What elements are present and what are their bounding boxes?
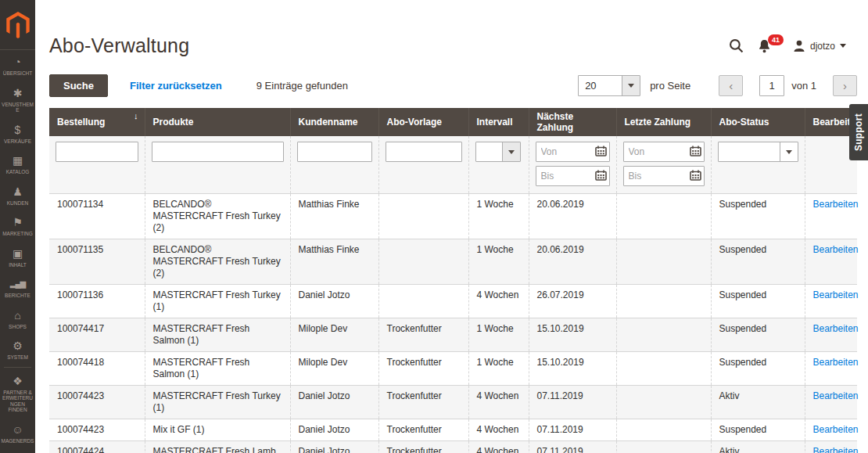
cell-next-payment: 20.06.2019 xyxy=(529,194,616,239)
table-row[interactable]: 100074418 MASTERCRAFT Fresh Salmon (1) M… xyxy=(49,352,857,386)
sidebar-item-verkaeufe[interactable]: $ VERKÄUFE xyxy=(0,118,35,149)
table-row[interactable]: 100071135 BELCANDO® MASTERCRAFT Fresh Tu… xyxy=(49,239,857,285)
column-header-naechste-zahlung[interactable]: Nächste Zahlung xyxy=(529,108,616,136)
cell-order: 100071136 xyxy=(49,285,145,318)
sidebar-item-inhalt[interactable]: ▣ INHALT xyxy=(0,242,35,273)
filter-kundenname-input[interactable] xyxy=(297,142,372,162)
sidebar-item-venustheme[interactable]: ✱ VENUSTHEME xyxy=(0,81,35,118)
calendar-icon[interactable] xyxy=(595,146,607,156)
cell-next-payment: 15.10.2019 xyxy=(529,352,616,386)
cell-order: 100074424 xyxy=(49,441,145,453)
filter-abo-vorlage-input[interactable] xyxy=(386,142,462,162)
marketing-megaphone-icon: ⚑ xyxy=(13,216,23,228)
sidebar-item-system[interactable]: ⚙ SYSTEM xyxy=(0,334,35,365)
column-header-abo-vorlage[interactable]: Abo-Vorlage xyxy=(378,108,468,136)
cell-customer: Matthias Finke xyxy=(290,194,378,239)
cell-status: Suspended xyxy=(711,318,805,352)
theme-swirl-icon: ✱ xyxy=(13,87,23,99)
cell-interval: 1 Woche xyxy=(468,239,529,285)
sidebar-item-kunden[interactable]: ♟ KUNDEN xyxy=(0,180,35,211)
reset-filter-link[interactable]: Filter zurücksetzen xyxy=(130,80,222,92)
next-page-button[interactable]: › xyxy=(833,75,857,96)
customers-person-icon: ♟ xyxy=(13,185,23,198)
search-button[interactable]: Suche xyxy=(49,74,108,97)
cell-last-payment xyxy=(616,419,711,441)
cell-last-payment xyxy=(616,352,711,386)
column-header-intervall[interactable]: Intervall xyxy=(468,108,529,136)
table-row[interactable]: 100074424 MASTERCRAFT Fresh Lamb (1) Dan… xyxy=(49,441,857,453)
edit-link[interactable]: Bearbeiten xyxy=(813,289,859,300)
column-header-abo-status[interactable]: Abo-Status xyxy=(711,108,805,136)
column-header-bestellung[interactable]: Bestellung ↓ xyxy=(49,108,145,136)
sidebar-item-magenerds[interactable]: ☺ MAGENERDS xyxy=(0,418,35,449)
cell-status: Aktiv xyxy=(711,386,805,419)
sidebar-item-uebersicht[interactable]: ◔ ÜBERSICHT xyxy=(0,50,35,81)
cell-order: 100074418 xyxy=(49,352,145,386)
sidebar-nav: ◔ ÜBERSICHT ✱ VENUSTHEME $ VERKÄUFE ▦ KA… xyxy=(0,50,35,448)
global-search-button[interactable] xyxy=(729,38,744,53)
filter-abo-status-select[interactable] xyxy=(718,142,798,162)
subscriptions-grid: Bestellung ↓ Produkte Kundenname Abo-Vor… xyxy=(49,108,857,453)
notifications-button[interactable]: 41 xyxy=(758,39,771,53)
column-header-letzte-zahlung[interactable]: Letzte Zahlung xyxy=(616,108,711,136)
table-row[interactable]: 100074417 MASTERCRAFT Fresh Salmon (1) M… xyxy=(49,318,857,352)
cell-template: Trockenfutter xyxy=(378,441,468,453)
table-row[interactable]: 100074423 Mix it GF (1) Daniel Jotzo Tro… xyxy=(49,419,857,441)
filter-intervall-select[interactable] xyxy=(475,142,521,162)
cell-next-payment: 07.11.2019 xyxy=(529,419,616,441)
sidebar-item-katalog[interactable]: ▦ KATALOG xyxy=(0,149,35,180)
per-page-select[interactable]: 20 xyxy=(578,75,640,96)
sidebar-item-berichte[interactable]: ▂▄▆ BERICHTE xyxy=(0,272,35,304)
user-icon xyxy=(793,39,805,52)
calendar-icon[interactable] xyxy=(595,170,607,181)
sidebar-item-partner-erweiterungen[interactable]: ❖ PARTNER & ERWEITERUNGEN FINDEN xyxy=(0,369,35,418)
catalog-box-icon: ▦ xyxy=(13,154,23,167)
grid-toolbar: Suche Filter zurücksetzen 9 Einträge gef… xyxy=(35,74,868,97)
system-gear-icon: ⚙ xyxy=(13,340,23,352)
user-menu[interactable]: djotzo xyxy=(793,39,846,52)
filter-produkte-input[interactable] xyxy=(152,142,284,162)
records-found-text: 9 Einträge gefunden xyxy=(256,80,348,92)
cell-next-payment: 26.07.2019 xyxy=(529,285,616,318)
sales-dollar-icon: $ xyxy=(15,124,21,136)
sidebar-item-marketing[interactable]: ⚑ MARKETING xyxy=(0,210,35,242)
per-page-label: pro Seite xyxy=(650,80,690,92)
edit-link[interactable]: Bearbeiten xyxy=(813,446,859,453)
main-content: Abo-Verwaltung 41 djotzo xyxy=(35,0,868,453)
sidebar-item-shops[interactable]: ⌂ SHOPS xyxy=(0,304,35,335)
cell-product: MASTERCRAFT Fresh Lamb (1) xyxy=(145,441,290,453)
magento-logo[interactable] xyxy=(0,0,35,50)
chevron-down-icon xyxy=(502,142,520,161)
user-name: djotzo xyxy=(810,41,835,52)
cell-product: BELCANDO® MASTERCRAFT Fresh Turkey (2) xyxy=(145,239,290,285)
cell-interval: 4 Wochen xyxy=(468,386,529,419)
table-row[interactable]: 100074423 MASTERCRAFT Fresh Turkey (1) D… xyxy=(49,386,857,419)
table-row[interactable]: 100071134 BELCANDO® MASTERCRAFT Fresh Tu… xyxy=(49,194,857,239)
edit-link[interactable]: Bearbeiten xyxy=(813,199,859,210)
grid-header-row: Bestellung ↓ Produkte Kundenname Abo-Vor… xyxy=(49,108,857,136)
calendar-icon[interactable] xyxy=(690,170,701,181)
cell-next-payment: 20.06.2019 xyxy=(529,239,616,285)
edit-link[interactable]: Bearbeiten xyxy=(813,323,859,334)
edit-link[interactable]: Bearbeiten xyxy=(813,357,859,368)
magenerds-face-icon: ☺ xyxy=(12,423,23,436)
cell-interval: 1 Woche xyxy=(468,194,529,239)
cell-status: Suspended xyxy=(711,285,805,318)
edit-link[interactable]: Bearbeiten xyxy=(813,390,859,401)
calendar-icon[interactable] xyxy=(690,146,701,156)
edit-link[interactable]: Bearbeiten xyxy=(813,424,859,435)
cell-last-payment xyxy=(616,285,711,318)
cell-last-payment xyxy=(616,441,711,453)
cell-template: Trockenfutter xyxy=(378,386,468,419)
column-header-kundenname[interactable]: Kundenname xyxy=(290,108,378,136)
current-page-input[interactable] xyxy=(759,75,784,96)
previous-page-button[interactable]: ‹ xyxy=(719,75,743,96)
search-icon xyxy=(729,38,744,53)
cell-template xyxy=(378,239,468,285)
table-row[interactable]: 100071136 MASTERCRAFT Fresh Turkey (1) D… xyxy=(49,285,857,318)
filter-bestellung-input[interactable] xyxy=(56,142,138,162)
support-tab[interactable]: Support xyxy=(849,104,868,160)
edit-link[interactable]: Bearbeiten xyxy=(813,244,859,255)
cell-interval: 1 Woche xyxy=(468,318,529,352)
column-header-produkte[interactable]: Produkte xyxy=(145,108,290,136)
